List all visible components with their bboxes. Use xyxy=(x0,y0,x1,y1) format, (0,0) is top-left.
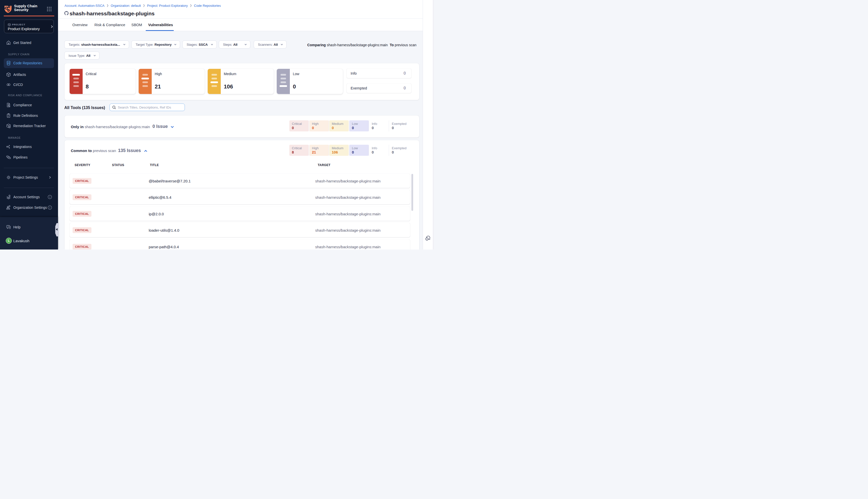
svg-text:?: ? xyxy=(8,226,9,228)
